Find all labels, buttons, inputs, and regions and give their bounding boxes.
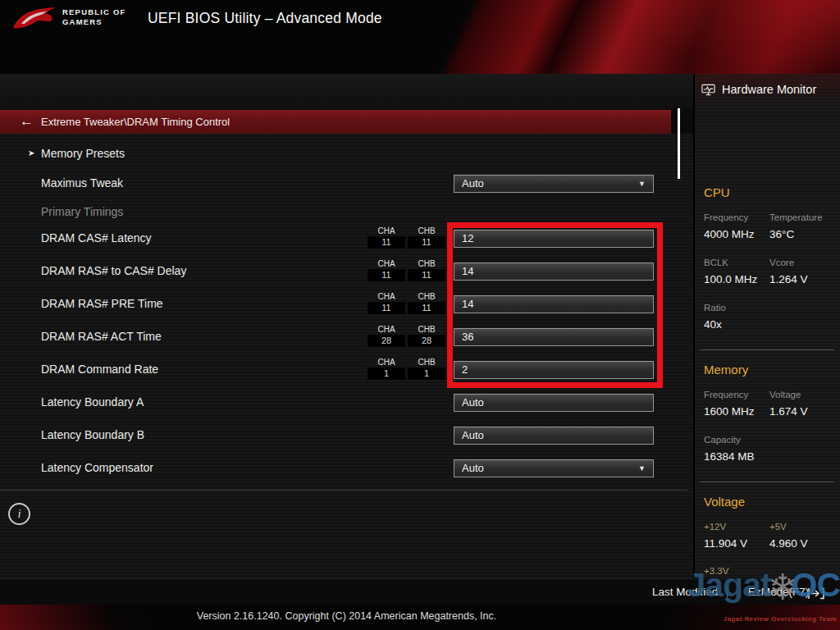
maximus-tweak-label: Maximus Tweak	[41, 176, 123, 190]
ezmode-exit-icon[interactable]	[807, 587, 825, 600]
menu-bar: 01/11/2015 Sunday 17:29 ⚙ English MyFavo…	[0, 36, 840, 74]
dropdown-arrow-icon: ▼	[638, 176, 646, 192]
latency-boundary-a-label: Latency Boundary A	[41, 395, 144, 409]
rog-logo-icon	[11, 4, 57, 32]
hardware-monitor-title: Hardware Monitor	[701, 82, 816, 97]
metric-cpu-frequency: Frequency4000 MHz	[704, 212, 755, 240]
hardware-monitor-panel: Hardware Monitor CPU Frequency4000 MHz T…	[693, 74, 840, 578]
channel-a-badge: CHA1	[368, 358, 405, 380]
title-bar: REPUBLIC OF GAMERS UEFI BIOS Utility – A…	[0, 0, 840, 36]
section-title-cpu: CPU	[704, 185, 730, 200]
divider-memory-voltage	[700, 482, 834, 482]
channel-b-badge: CHB11	[408, 292, 445, 314]
channel-b-badge: CHB1	[408, 358, 445, 380]
dram-ras-act-time-label: DRAM RAS# ACT Time	[41, 329, 162, 344]
memory-presets-item[interactable]: Memory Presets	[41, 146, 125, 161]
dropdown-arrow-icon: ▼	[638, 460, 646, 477]
dram-cas-latency-input[interactable]: 12	[454, 230, 654, 248]
submenu-arrow-icon: ➤	[28, 148, 34, 158]
monitor-icon	[701, 84, 715, 96]
channel-b-badge: CHB28	[408, 325, 445, 347]
breadcrumb-text: Extreme Tweaker\DRAM Timing Control	[41, 110, 230, 134]
dram-ras-pre-time-label: DRAM RAS# PRE Time	[41, 296, 163, 311]
dram-command-rate-label: DRAM Command Rate	[41, 362, 158, 377]
dram-ras-act-time-input[interactable]: 36	[454, 328, 654, 346]
metric-voltage-12v: +12V11.904 V	[704, 522, 747, 550]
channel-a-badge: CHA28	[368, 325, 405, 347]
ezmode-button[interactable]: EzMode(F7)	[748, 586, 809, 598]
metric-voltage-5v: +5V4.960 V	[769, 522, 808, 550]
bios-screen: REPUBLIC OF GAMERS UEFI BIOS Utility – A…	[0, 0, 840, 630]
latency-boundary-a-input[interactable]: Auto	[454, 394, 654, 412]
scrollbar-thumb[interactable]	[678, 108, 680, 179]
info-icon: i	[8, 503, 30, 525]
footer-divider	[727, 585, 728, 599]
metric-memory-voltage: Voltage1.674 V	[769, 390, 808, 418]
footer-version: Version 2.16.1240. Copyright (C) 2014 Am…	[0, 610, 693, 622]
latency-boundary-b-label: Latency Boundary B	[41, 427, 144, 442]
nav-tabs: My Favorites Extreme Tweaker Main Advanc…	[0, 74, 693, 110]
metric-memory-frequency: Frequency1600 MHz	[704, 390, 755, 418]
channel-a-badge: CHA11	[368, 292, 405, 314]
channel-a-badge: CHA11	[368, 226, 405, 249]
channel-a-badge: CHA11	[368, 259, 405, 281]
header: REPUBLIC OF GAMERS UEFI BIOS Utility – A…	[0, 0, 840, 74]
metric-cpu-vcore: Vcore1.264 V	[769, 258, 808, 285]
dram-ras-to-cas-delay-input[interactable]: 14	[454, 262, 654, 281]
metric-cpu-bclk: BCLK100.0 MHz	[704, 258, 757, 285]
dram-command-rate-input[interactable]: 2	[454, 361, 654, 379]
dram-cas-latency-label: DRAM CAS# Latency	[41, 231, 152, 245]
metric-cpu-temperature: Temperature36°C	[769, 212, 823, 240]
back-arrow-icon[interactable]: ←	[20, 113, 34, 130]
content-divider	[0, 490, 687, 491]
dram-ras-pre-time-input[interactable]: 14	[454, 295, 654, 313]
last-modified-button[interactable]: Last Modified	[652, 586, 718, 598]
breadcrumb: ← Extreme Tweaker\DRAM Timing Control	[0, 110, 671, 134]
latency-compensator-dropdown[interactable]: Auto ▼	[454, 459, 654, 477]
channel-b-badge: CHB11	[408, 259, 445, 281]
latency-boundary-b-input[interactable]: Auto	[454, 427, 654, 445]
primary-timings-section-label: Primary Timings	[41, 204, 123, 219]
metric-cpu-ratio: Ratio40x	[704, 303, 726, 331]
section-title-memory: Memory	[704, 363, 748, 377]
latency-compensator-label: Latency Compensator	[41, 460, 153, 475]
window-title: UEFI BIOS Utility – Advanced Mode	[148, 10, 382, 27]
metric-memory-capacity: Capacity16384 MB	[704, 435, 755, 463]
channel-b-badge: CHB11	[408, 226, 445, 249]
maximus-tweak-dropdown[interactable]: Auto ▼	[454, 175, 654, 193]
divider-cpu-memory	[700, 349, 834, 350]
brand-text: REPUBLIC OF GAMERS	[62, 7, 126, 27]
section-title-voltage: Voltage	[704, 495, 745, 509]
dram-ras-to-cas-delay-label: DRAM RAS# to CAS# Delay	[41, 263, 186, 278]
